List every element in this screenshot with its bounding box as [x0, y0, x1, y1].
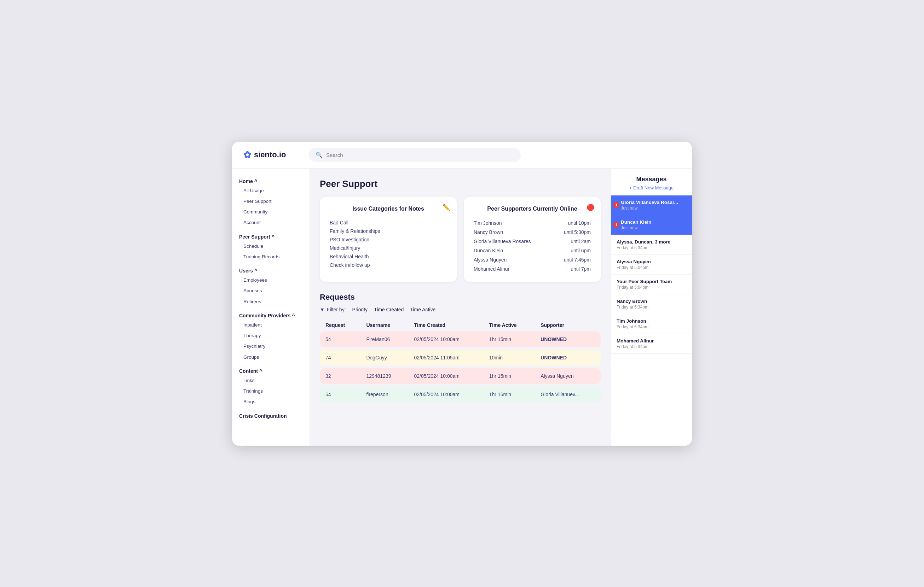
sidebar-item-peer-support[interactable]: Peer Support [239, 196, 302, 207]
cell-time-created-3: 02/05/2024 10:00am [408, 386, 483, 402]
cell-username-3: fireperson [360, 386, 408, 402]
sidebar-item-all-usage[interactable]: All Usage [239, 186, 302, 196]
issue-item-4: Behavioral Health [330, 252, 447, 261]
filter-time-active[interactable]: Time Active [410, 307, 436, 312]
supporter-row-3: Duncan Klein until 6pm [474, 246, 591, 255]
cell-request-0: 54 [320, 332, 360, 347]
sidebar-item-spouses[interactable]: Spouses [239, 286, 302, 296]
table-row-2[interactable]: 32 129481239 02/05/2024 10:00am 1hr 15mi… [320, 368, 601, 384]
edit-icon-button[interactable]: ✏️ [442, 204, 450, 211]
sidebar-item-links[interactable]: Links [239, 375, 302, 386]
sidebar-item-schedule[interactable]: Schedule [239, 241, 302, 252]
supporter-row-4: Alyssa Nguyen until 7:45pm [474, 255, 591, 264]
sidebar-item-blogs[interactable]: Blogs [239, 396, 302, 407]
logo-text: siento.io [254, 150, 286, 159]
supporter-time-5: until 7pm [571, 266, 591, 272]
cell-time-active-1: 10min [483, 350, 535, 365]
message-item-3[interactable]: Alyssa Nguyen Friday at 5:04pm [611, 255, 692, 275]
sidebar-item-retirees[interactable]: Retirees [239, 296, 302, 307]
supporter-name-3: Duncan Klein [474, 248, 503, 253]
th-supporter: Supporter [535, 319, 601, 332]
issue-list: Bad Call Family & Relationships PSO Inve… [330, 219, 447, 269]
sidebar-item-therapy[interactable]: Therapy [239, 330, 302, 341]
sidebar-item-trainings[interactable]: Trainings [239, 386, 302, 396]
sidebar-group-crisis[interactable]: Crisis Configuration [239, 413, 302, 419]
supporter-name-0: Tim Johnson [474, 220, 502, 226]
page-title: Peer Support [320, 178, 601, 189]
header: ✿ siento.io 🔍 [232, 142, 692, 169]
message-item-6[interactable]: Tim Johnson Friday at 5:34pm [611, 314, 692, 334]
issue-item-0: Bad Call [330, 219, 447, 227]
table-row-0[interactable]: 54 FireMan06 02/05/2024 10:00am 1hr 15mi… [320, 332, 601, 347]
message-item-2[interactable]: Alyssa, Duncan, 3 more Friday at 5:34pm [611, 235, 692, 255]
cell-supporter-2: Alyssa Nguyen [535, 368, 601, 384]
sidebar-item-community[interactable]: Community [239, 207, 302, 217]
search-input[interactable] [326, 152, 514, 158]
cell-time-created-0: 02/05/2024 10:00am [408, 332, 483, 347]
table-row-1[interactable]: 74 DogGuyy 02/05/2024 11:05am 10min UNOW… [320, 350, 601, 365]
message-badge-1: 1 [613, 222, 619, 228]
sidebar-section-users: Users ^ Employees Spouses Retirees [239, 268, 302, 307]
supporter-time-2: until 2am [571, 238, 591, 244]
cell-time-active-2: 1hr 15min [483, 368, 535, 384]
filter-icon: ▼ [320, 307, 325, 312]
message-time-4: Friday at 5:04pm [617, 285, 686, 290]
message-time-2: Friday at 5:34pm [617, 245, 686, 250]
supporter-row-0: Tim Johnson until 10pm [474, 219, 591, 228]
cell-supporter-1: UNOWNED [535, 350, 601, 365]
logo-icon: ✿ [243, 150, 251, 160]
cell-time-created-2: 02/05/2024 10:00am [408, 368, 483, 384]
table-header-row: Request Username Time Created Time Activ… [320, 319, 601, 332]
message-item-5[interactable]: Nancy Brown Friday at 5:34pm [611, 294, 692, 314]
sidebar-item-psychiatry[interactable]: Psychiatry [239, 341, 302, 352]
th-time-created: Time Created [408, 319, 483, 332]
issue-item-5: Check in/follow up [330, 261, 447, 269]
table-head: Request Username Time Created Time Activ… [320, 319, 601, 332]
filter-priority[interactable]: Priority [352, 307, 368, 312]
sidebar-item-account[interactable]: Account [239, 217, 302, 228]
issue-categories-card: ✏️ Issue Categories for Notes Bad Call F… [320, 197, 457, 282]
supporters-table: Tim Johnson until 10pm Nancy Brown until… [474, 219, 591, 273]
table-row-3[interactable]: 54 fireperson 02/05/2024 10:00am 1hr 15m… [320, 386, 601, 402]
sidebar-group-community[interactable]: Community Providers ^ [239, 313, 302, 318]
sidebar-section-content: Content ^ Links Trainings Blogs [239, 368, 302, 408]
power-icon-button[interactable]: 🔴 [587, 204, 594, 211]
draft-link[interactable]: + Draft New Message [611, 185, 692, 191]
message-item-1[interactable]: 1 Duncan Klein Just now [611, 215, 692, 235]
message-time-5: Friday at 5:34pm [617, 305, 686, 309]
sidebar-item-inpatient[interactable]: Inpatient [239, 320, 302, 330]
message-list: 1 Gloria Villanueva Rosar... Just now 1 … [611, 196, 692, 354]
filter-time-created[interactable]: Time Created [374, 307, 404, 312]
sidebar-group-users[interactable]: Users ^ [239, 268, 302, 273]
sidebar-group-content[interactable]: Content ^ [239, 368, 302, 374]
logo: ✿ siento.io [243, 150, 300, 160]
sidebar-group-home[interactable]: Home ^ [239, 178, 302, 184]
message-time-1: Just now [621, 225, 686, 230]
message-name-2: Alyssa, Duncan, 3 more [617, 239, 686, 245]
message-time-3: Friday at 5:04pm [617, 265, 686, 270]
message-name-0: Gloria Villanueva Rosar... [621, 200, 686, 205]
message-item-4[interactable]: Your Peer Support Team Friday at 5:04pm [611, 275, 692, 294]
issue-item-2: PSO Investigation [330, 235, 447, 244]
sidebar-item-employees[interactable]: Employees [239, 275, 302, 286]
sidebar-section-crisis: Crisis Configuration [239, 413, 302, 420]
supporter-row-2: Gloria Villanueva Rosares until 2am [474, 237, 591, 246]
supporter-name-1: Nancy Brown [474, 229, 503, 235]
cell-username-2: 129481239 [360, 368, 408, 384]
supporter-time-0: until 10pm [568, 220, 591, 226]
cell-time-created-1: 02/05/2024 11:05am [408, 350, 483, 365]
sidebar-section-community: Community Providers ^ Inpatient Therapy … [239, 313, 302, 363]
cell-time-active-0: 1hr 15min [483, 332, 535, 347]
sidebar-item-groups[interactable]: Groups [239, 352, 302, 363]
main-layout: Home ^ All Usage Peer Support Community … [232, 169, 692, 446]
message-item-7[interactable]: Mohamed Alinur Friday at 5:34pm [611, 334, 692, 354]
sidebar-item-training-records[interactable]: Training Records [239, 252, 302, 262]
messages-title: Messages [611, 176, 692, 183]
supporter-name-5: Mohamed Alinur [474, 266, 510, 272]
sidebar-group-peer-support[interactable]: Peer Support ^ [239, 234, 302, 240]
cell-username-0: FireMan06 [360, 332, 408, 347]
cell-username-1: DogGuyy [360, 350, 408, 365]
cell-request-3: 54 [320, 386, 360, 402]
message-item-0[interactable]: 1 Gloria Villanueva Rosar... Just now [611, 196, 692, 215]
message-badge-0: 1 [613, 202, 619, 208]
